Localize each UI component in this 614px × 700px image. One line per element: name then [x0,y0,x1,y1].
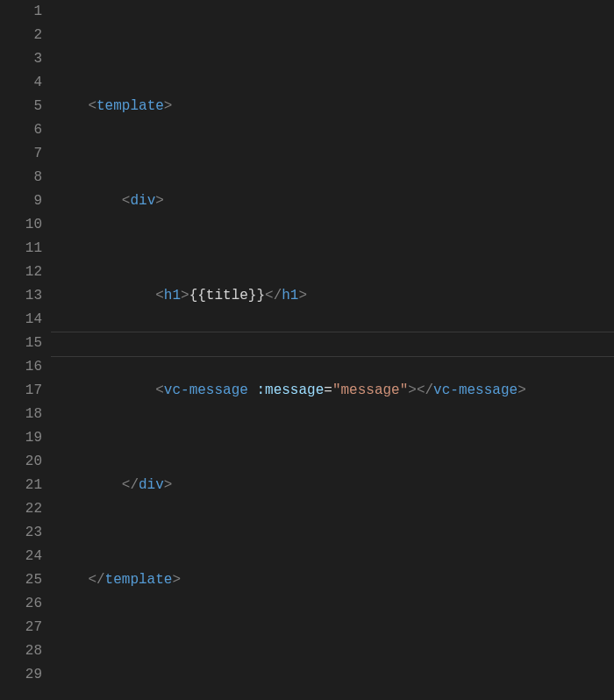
code-line[interactable] [54,663,614,687]
line-number: 13 [0,284,42,308]
code-line[interactable]: </template> [54,568,614,592]
line-number: 26 [0,592,42,616]
line-number: 15 [0,332,42,355]
line-number: 20 [0,450,42,474]
line-number: 14 [0,308,42,332]
line-number: 12 [0,261,42,284]
line-number: 6 [0,118,42,142]
line-number: 7 [0,142,42,166]
line-number: 5 [0,95,42,118]
line-number: 2 [0,24,42,47]
code-area[interactable]: <template> <div> <h1>{{title}}</h1> <vc-… [54,0,614,700]
line-number: 25 [0,568,42,592]
code-editor[interactable]: 1 2 3 4 5 6 7 8 9 10 11 12 13 14 15 16 1… [0,0,614,700]
line-number: 29 [0,663,42,687]
line-number-gutter: 1 2 3 4 5 6 7 8 9 10 11 12 13 14 15 16 1… [0,0,54,700]
line-number: 21 [0,474,42,497]
line-number: 8 [0,166,42,189]
line-number: 4 [0,71,42,95]
line-number: 24 [0,545,42,568]
line-number: 18 [0,403,42,426]
line-number: 1 [0,0,42,24]
line-number: 22 [0,497,42,521]
line-number: 11 [0,237,42,261]
line-number: 27 [0,616,42,639]
code-line[interactable]: <vc-message :message="message"></vc-mess… [54,379,614,403]
line-number: 16 [0,355,42,379]
current-line-highlight [51,332,614,357]
code-line[interactable]: </div> [54,474,614,497]
line-number: 23 [0,521,42,545]
line-number: 17 [0,379,42,403]
line-number: 3 [0,47,42,71]
line-number: 9 [0,189,42,213]
code-line[interactable]: <template> [54,95,614,118]
line-number: 19 [0,426,42,450]
code-line[interactable]: <h1>{{title}}</h1> [54,284,614,308]
code-line[interactable]: <div> [54,189,614,213]
line-number: 28 [0,639,42,663]
line-number: 10 [0,213,42,237]
